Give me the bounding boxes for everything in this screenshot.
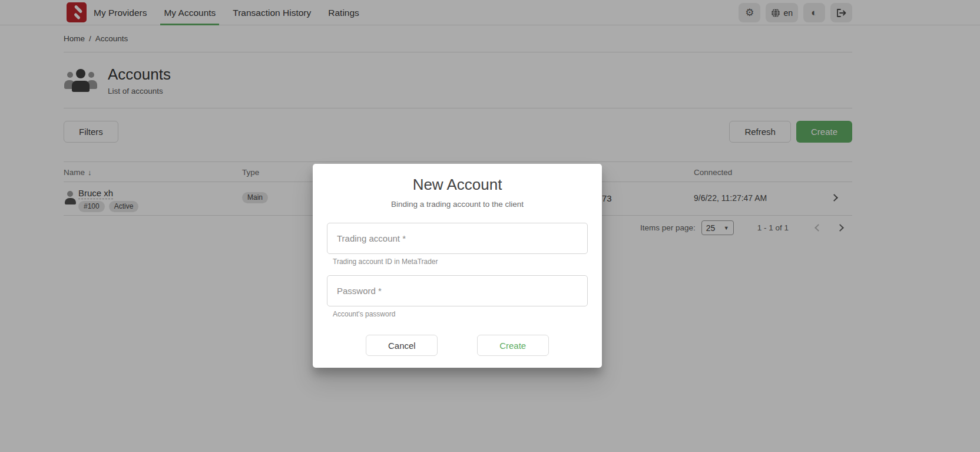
new-account-modal: New Account Binding a trading account to… <box>313 164 602 368</box>
trading-account-hint: Trading account ID in MetaTrader <box>327 258 588 266</box>
modal-actions: Cancel Create <box>327 335 588 356</box>
trading-account-input[interactable] <box>327 223 588 254</box>
password-field-group: Account's password <box>327 275 588 318</box>
modal-title: New Account <box>327 176 588 194</box>
trading-account-field-group: Trading account ID in MetaTrader <box>327 223 588 266</box>
password-hint: Account's password <box>327 310 588 318</box>
modal-create-button[interactable]: Create <box>477 335 549 356</box>
password-input[interactable] <box>327 275 588 306</box>
modal-cancel-button[interactable]: Cancel <box>366 335 438 356</box>
app-root: My Providers My Accounts Transaction His… <box>0 0 980 452</box>
modal-subtitle: Binding a trading account to the client <box>327 200 588 209</box>
